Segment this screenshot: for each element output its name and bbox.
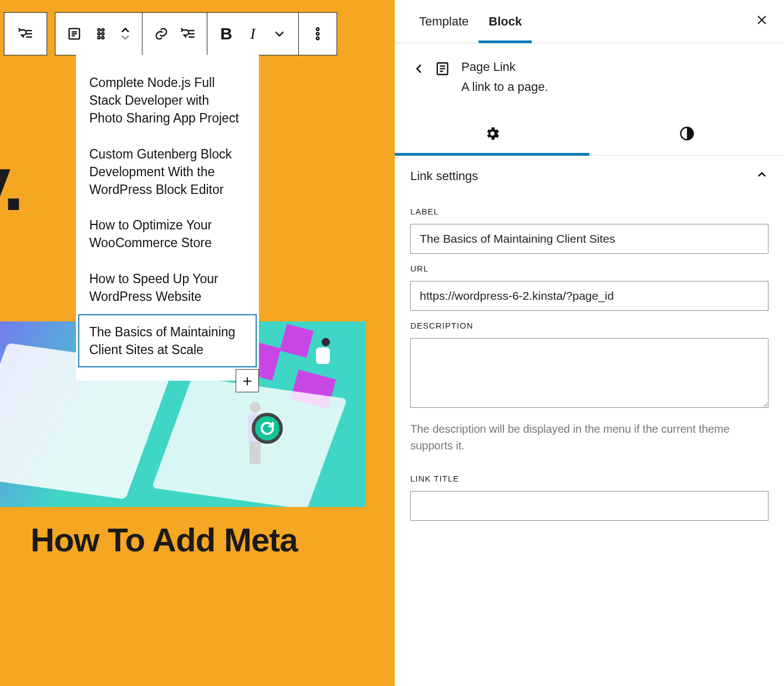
svg-point-12 (101, 37, 104, 39)
chevron-up-icon (755, 168, 768, 185)
italic-button[interactable]: I (240, 21, 266, 47)
settings-sidebar: Template Block Page Link A link to a pag… (395, 0, 784, 686)
label-input[interactable] (410, 224, 768, 254)
add-submenu-button[interactable] (175, 21, 201, 47)
toolbar-group-more (299, 13, 337, 55)
description-help: The description will be displayed in the… (410, 421, 768, 454)
svg-point-25 (490, 131, 495, 136)
link-title-input[interactable] (410, 491, 768, 521)
grammarly-badge[interactable] (252, 413, 283, 444)
svg-point-11 (98, 37, 100, 39)
gear-icon (484, 125, 501, 145)
url-input[interactable] (410, 281, 768, 311)
page-link-icon (434, 60, 451, 78)
section-title: Link settings (410, 169, 478, 183)
subtab-styles[interactable] (589, 114, 784, 155)
menu-item[interactable]: The Basics of Maintaining Client Sites a… (78, 314, 257, 367)
block-type-button[interactable] (4, 12, 47, 55)
svg-point-18 (317, 37, 319, 40)
inspector-tabs (395, 114, 784, 156)
menu-item[interactable]: How to Optimize Your WooCommerce Store (89, 207, 246, 260)
tab-block[interactable]: Block (478, 0, 532, 43)
label-label: LABEL (410, 207, 768, 216)
close-sidebar-button[interactable] (745, 7, 778, 36)
svg-point-17 (317, 33, 319, 35)
menu-item[interactable]: Complete Node.js Full Stack Developer wi… (89, 65, 246, 136)
contrast-icon (679, 125, 695, 145)
drag-handle-icon[interactable] (88, 21, 114, 47)
toolbar-group-link (142, 13, 207, 55)
block-toolbar: B I (4, 12, 337, 55)
description-input[interactable] (410, 338, 768, 408)
label-description: DESCRIPTION (410, 321, 768, 330)
svg-point-16 (317, 28, 319, 31)
post-heading: How To Add Meta (30, 521, 298, 559)
submenu-icon (12, 21, 39, 47)
bold-button[interactable]: B (213, 21, 240, 47)
tab-template[interactable]: Template (409, 0, 478, 43)
subtab-settings[interactable] (395, 114, 589, 155)
label-link-title: LINK TITLE (410, 474, 768, 483)
link-settings-body: LABEL URL DESCRIPTION The description wi… (395, 197, 784, 532)
navigation-submenu: Complete Node.js Full Stack Developer wi… (76, 55, 259, 381)
link-button[interactable] (148, 21, 175, 47)
options-button[interactable] (304, 21, 331, 47)
svg-point-8 (101, 29, 104, 31)
block-card: Page Link A link to a page. (395, 43, 784, 114)
svg-point-7 (98, 29, 100, 31)
background-heading: hy. (0, 139, 22, 228)
svg-point-10 (101, 33, 104, 35)
move-up-down-button[interactable] (114, 21, 136, 47)
toolbar-group-format: B I (207, 13, 299, 55)
toolbar-group-select (55, 13, 142, 55)
block-description: A link to a page. (461, 80, 548, 94)
menu-item[interactable]: How to Speed Up Your WordPress Website (89, 261, 246, 314)
back-button[interactable] (410, 60, 428, 78)
label-url: URL (410, 264, 768, 273)
sidebar-tabs: Template Block (395, 0, 784, 43)
more-format-button[interactable] (266, 21, 293, 47)
svg-point-9 (98, 33, 100, 35)
menu-item[interactable]: Custom Gutenberg Block Development With … (89, 136, 246, 208)
block-title: Page Link (461, 60, 548, 74)
section-link-settings[interactable]: Link settings (395, 156, 784, 197)
select-parent-button[interactable] (61, 21, 88, 47)
add-block-button[interactable]: ＋ (236, 369, 259, 392)
editor-canvas: hy. How To Add Meta (0, 0, 395, 686)
